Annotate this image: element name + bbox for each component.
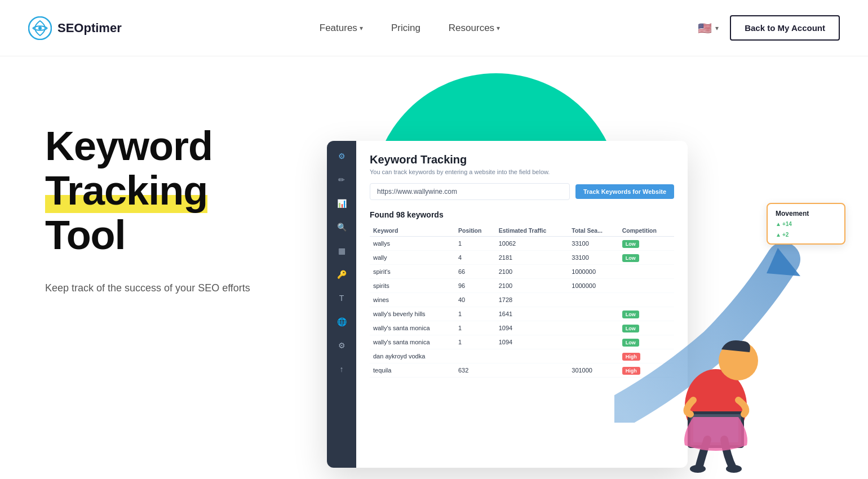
- col-keyword: Keyword: [370, 225, 455, 237]
- col-traffic: Estimated Traffic: [495, 225, 569, 237]
- language-selector[interactable]: 🇺🇸 ▾: [698, 21, 719, 35]
- sidebar-search-icon: 🔍: [335, 221, 348, 233]
- col-competition: Competition: [619, 225, 674, 237]
- db-found-text: Found 98 keywords: [370, 210, 674, 219]
- sidebar-gear-icon: ⚙: [335, 150, 348, 162]
- db-sidebar: ⚙ ✏ 📊 🔍 ▦ 🔑 T 🌐 ⚙ ↑: [327, 141, 356, 468]
- col-total: Total Sea...: [568, 225, 618, 237]
- sidebar-edit-icon: ✏: [335, 174, 348, 186]
- character-illustration: [654, 304, 778, 473]
- sidebar-chart-icon: 📊: [335, 197, 348, 210]
- main-nav: Features ▾ Pricing Resources ▾: [320, 23, 500, 34]
- header-right: 🇺🇸 ▾ Back to My Account: [698, 15, 840, 41]
- db-subtitle: You can track keywords by entering a web…: [370, 168, 674, 175]
- svg-point-1: [38, 26, 42, 30]
- col-position: Position: [455, 225, 495, 237]
- logo-text: SEOptimer: [57, 21, 122, 36]
- sidebar-upload-icon: ↑: [335, 363, 348, 375]
- nav-pricing[interactable]: Pricing: [391, 23, 420, 34]
- sidebar-globe-icon: 🌐: [335, 316, 348, 328]
- logo-icon: [28, 16, 52, 40]
- lang-chevron-icon: ▾: [715, 24, 719, 32]
- sidebar-text-icon: T: [335, 292, 348, 304]
- svg-point-8: [690, 465, 706, 473]
- svg-point-9: [726, 465, 742, 473]
- sidebar-bar-icon: ▦: [335, 245, 348, 257]
- sidebar-key-icon: 🔑: [335, 268, 348, 281]
- features-chevron-icon: ▾: [360, 24, 363, 32]
- sidebar-settings-icon: ⚙: [335, 339, 348, 352]
- nav-resources[interactable]: Resources ▾: [449, 23, 500, 34]
- dashboard-preview: ⚙ ✏ 📊 🔍 ▦ 🔑 T 🌐 ⚙ ↑ Keyword Tracking You…: [316, 90, 834, 479]
- movement-tooltip: Movement ▲ +14 ▲ +2: [767, 203, 845, 245]
- hero-section: Keyword Tracking Tool Keep track of the …: [45, 90, 316, 296]
- nav-features[interactable]: Features ▾: [320, 23, 363, 34]
- movement-tooltip-title: Movement: [776, 210, 836, 218]
- db-title: Keyword Tracking: [370, 153, 674, 166]
- main-content: Keyword Tracking Tool Keep track of the …: [0, 56, 868, 479]
- logo[interactable]: SEOptimer: [28, 16, 122, 40]
- hero-subtitle: Keep track of the success of your SEO ef…: [45, 281, 316, 296]
- db-search-input[interactable]: [370, 183, 570, 200]
- movement-value-2: ▲ +2: [776, 232, 836, 238]
- resources-chevron-icon: ▾: [497, 24, 500, 32]
- db-search-row: Track Keywords for Website: [370, 183, 674, 200]
- db-track-button[interactable]: Track Keywords for Website: [575, 184, 674, 199]
- flag-icon: 🇺🇸: [698, 21, 712, 35]
- movement-value-1: ▲ +14: [776, 221, 836, 227]
- hero-title: Keyword Tracking Tool: [45, 124, 316, 258]
- back-to-account-button[interactable]: Back to My Account: [730, 15, 840, 41]
